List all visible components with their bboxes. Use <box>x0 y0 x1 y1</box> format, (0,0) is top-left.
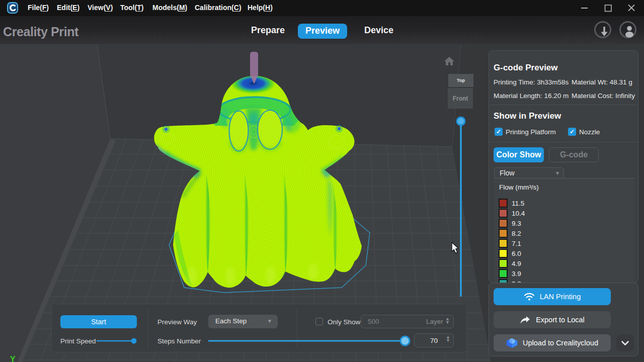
svg-text:Y: Y <box>10 355 16 362</box>
svg-text:Front: Front <box>453 95 468 102</box>
svg-text:Top: Top <box>457 78 465 83</box>
